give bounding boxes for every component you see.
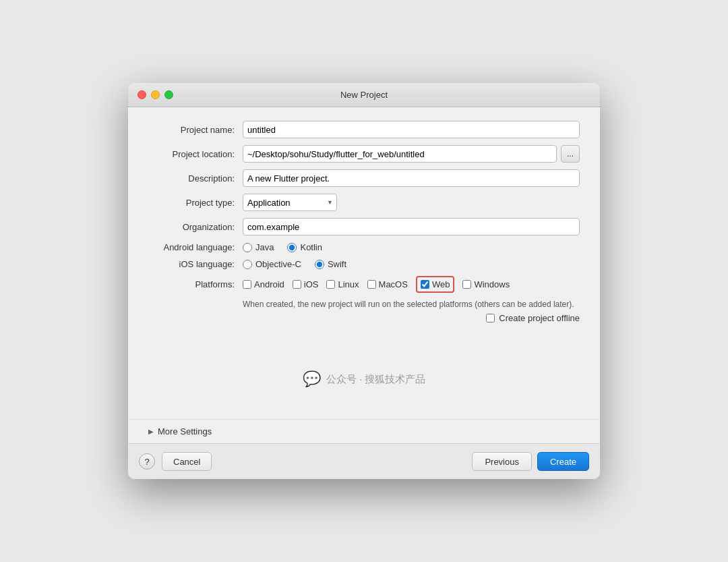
project-type-label: Project type: [148,198,243,208]
platform-windows-checkbox[interactable] [462,280,471,289]
project-type-select[interactable]: Application Plugin Package Module [243,194,337,211]
description-input[interactable] [243,169,580,187]
platform-web[interactable]: Web [421,279,450,289]
ios-objc-option[interactable]: Objective-C [243,259,301,269]
android-language-label: Android language: [148,242,243,252]
project-name-label: Project name: [148,125,243,135]
platform-android-label: Android [254,279,284,289]
platform-android-checkbox[interactable] [243,280,251,289]
ios-objc-radio[interactable] [243,260,252,269]
android-kotlin-radio[interactable] [287,243,297,252]
create-offline-label: Create project offline [499,313,580,323]
platform-ios-checkbox[interactable] [293,280,301,289]
more-settings-label: More Settings [158,426,212,437]
platform-macos-checkbox[interactable] [367,280,376,289]
help-button[interactable]: ? [139,453,155,470]
project-name-row: Project name: [148,121,580,138]
maximize-button[interactable] [164,90,173,99]
platform-linux-checkbox[interactable] [326,280,335,289]
platform-ios[interactable]: iOS [293,279,319,289]
form-content: Project name: Project location: ... Desc… [128,107,600,419]
location-input-group: ... [243,145,580,163]
platform-web-checkbox[interactable] [421,280,429,289]
ios-language-label: iOS language: [148,259,243,269]
dialog-title: New Project [340,90,388,100]
ios-swift-option[interactable]: Swift [315,259,346,269]
watermark: 💬 公众号 · 搜狐技术产品 [148,330,580,408]
project-location-label: Project location: [148,149,243,159]
watermark-text: 公众号 · 搜狐技术产品 [326,373,426,386]
platform-macos[interactable]: MacOS [367,279,408,289]
description-row: Description: [148,169,580,187]
project-location-row: Project location: ... [148,145,580,163]
more-settings-arrow-icon: ▶ [148,428,154,435]
close-button[interactable] [138,90,146,99]
create-button[interactable]: Create [537,452,589,471]
previous-button[interactable]: Previous [472,452,532,471]
platform-web-label: Web [432,279,450,289]
create-offline-checkbox[interactable] [486,314,495,322]
ios-swift-radio[interactable] [315,260,324,269]
title-bar: New Project [128,83,600,107]
organization-label: Organization: [148,222,243,232]
new-project-dialog: New Project Project name: Project locati… [128,83,600,479]
android-kotlin-label: Kotlin [300,242,322,252]
project-name-input[interactable] [243,121,580,138]
android-java-label: Java [255,242,274,252]
platforms-info-text: When created, the new project will run o… [243,300,580,309]
platforms-row: Platforms: Android iOS Linux MacOS [148,276,580,293]
platforms-label: Platforms: [148,279,243,289]
android-language-row: Android language: Java Kotlin [148,242,580,252]
project-location-input[interactable] [243,145,557,163]
footer-left: ? Cancel [139,452,212,471]
ios-objc-label: Objective-C [255,259,301,269]
ios-language-row: iOS language: Objective-C Swift [148,259,580,269]
platform-linux[interactable]: Linux [326,279,359,289]
browse-button[interactable]: ... [561,145,580,163]
android-java-radio[interactable] [243,243,252,252]
platforms-group: Android iOS Linux MacOS Web [243,276,580,293]
web-highlight-box: Web [416,276,455,293]
minimize-button[interactable] [151,90,160,99]
wechat-icon: 💬 [303,370,321,388]
description-label: Description: [148,173,243,184]
project-type-select-wrapper: Application Plugin Package Module ▼ [243,194,337,211]
project-type-row: Project type: Application Plugin Package… [148,194,580,211]
create-offline-row: Create project offline [148,313,580,323]
platform-windows[interactable]: Windows [462,279,510,289]
platform-macos-label: MacOS [379,279,408,289]
android-kotlin-option[interactable]: Kotlin [287,242,322,252]
platform-windows-label: Windows [474,279,510,289]
traffic-lights [138,90,173,99]
dialog-footer: ? Cancel Previous Create [128,443,600,479]
more-settings-section[interactable]: ▶ More Settings [128,419,600,443]
ios-language-group: Objective-C Swift [243,259,580,269]
footer-right: Previous Create [472,452,589,471]
android-language-group: Java Kotlin [243,242,580,252]
cancel-button[interactable]: Cancel [162,452,212,471]
ios-swift-label: Swift [328,259,346,269]
platform-android[interactable]: Android [243,279,284,289]
android-java-option[interactable]: Java [243,242,274,252]
organization-input[interactable] [243,218,580,235]
organization-row: Organization: [148,218,580,235]
platform-ios-label: iOS [304,279,319,289]
platform-linux-label: Linux [338,279,359,289]
